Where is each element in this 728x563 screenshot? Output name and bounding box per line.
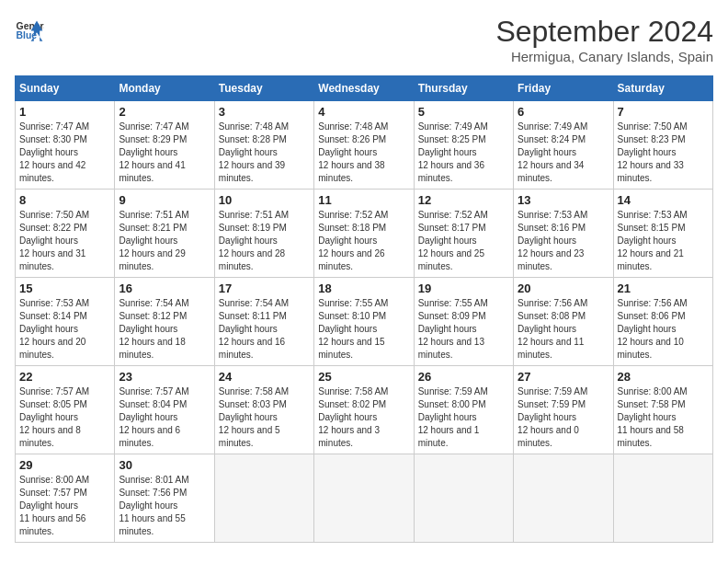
table-row: [514, 454, 613, 543]
table-row: 26 Sunrise: 7:59 AM Sunset: 8:00 PM Dayl…: [414, 366, 513, 454]
day-info: Sunrise: 7:59 AM Sunset: 8:00 PM Dayligh…: [418, 385, 509, 450]
day-info: Sunrise: 7:58 AM Sunset: 8:02 PM Dayligh…: [318, 385, 409, 450]
table-row: 19 Sunrise: 7:55 AM Sunset: 8:09 PM Dayl…: [414, 278, 513, 366]
col-thursday: Thursday: [414, 76, 513, 101]
col-saturday: Saturday: [613, 76, 712, 101]
day-number: 5: [418, 105, 509, 119]
table-row: 17 Sunrise: 7:54 AM Sunset: 8:11 PM Dayl…: [214, 278, 313, 366]
day-number: 21: [618, 282, 709, 295]
page-header: General Blue September 2024 Hermigua, Ca…: [15, 15, 713, 64]
table-row: 7 Sunrise: 7:50 AM Sunset: 8:23 PM Dayli…: [613, 101, 712, 190]
table-row: 1 Sunrise: 7:47 AM Sunset: 8:30 PM Dayli…: [16, 101, 115, 190]
table-row: [314, 454, 414, 543]
day-number: 27: [518, 370, 609, 384]
table-row: [214, 454, 313, 543]
day-number: 25: [318, 370, 409, 384]
calendar-week-row: 1 Sunrise: 7:47 AM Sunset: 8:30 PM Dayli…: [16, 101, 713, 190]
day-info: Sunrise: 7:53 AM Sunset: 8:15 PM Dayligh…: [618, 209, 709, 273]
day-number: 12: [418, 193, 509, 207]
day-info: Sunrise: 7:56 AM Sunset: 8:06 PM Dayligh…: [618, 297, 709, 362]
calendar-table: Sunday Monday Tuesday Wednesday Thursday…: [15, 75, 713, 543]
day-info: Sunrise: 7:57 AM Sunset: 8:05 PM Dayligh…: [19, 385, 110, 450]
day-info: Sunrise: 7:50 AM Sunset: 8:22 PM Dayligh…: [19, 209, 110, 273]
day-info: Sunrise: 7:56 AM Sunset: 8:08 PM Dayligh…: [518, 297, 609, 362]
table-row: [613, 454, 712, 543]
table-row: 18 Sunrise: 7:55 AM Sunset: 8:10 PM Dayl…: [314, 278, 414, 366]
day-number: 2: [119, 105, 210, 119]
month-title: September 2024: [495, 15, 713, 49]
table-row: 21 Sunrise: 7:56 AM Sunset: 8:06 PM Dayl…: [613, 278, 712, 366]
day-info: Sunrise: 7:53 AM Sunset: 8:14 PM Dayligh…: [19, 297, 110, 362]
table-row: 30 Sunrise: 8:01 AM Sunset: 7:56 PM Dayl…: [115, 454, 214, 543]
table-row: 4 Sunrise: 7:48 AM Sunset: 8:26 PM Dayli…: [314, 101, 414, 190]
day-number: 7: [618, 105, 709, 119]
calendar-week-row: 29 Sunrise: 8:00 AM Sunset: 7:57 PM Dayl…: [16, 454, 713, 543]
day-info: Sunrise: 7:54 AM Sunset: 8:11 PM Dayligh…: [219, 297, 310, 362]
day-info: Sunrise: 7:51 AM Sunset: 8:19 PM Dayligh…: [219, 209, 310, 273]
day-number: 20: [518, 282, 609, 295]
day-info: Sunrise: 7:58 AM Sunset: 8:03 PM Dayligh…: [219, 385, 310, 450]
day-number: 23: [119, 370, 210, 384]
day-info: Sunrise: 7:52 AM Sunset: 8:17 PM Dayligh…: [418, 209, 509, 273]
table-row: 6 Sunrise: 7:49 AM Sunset: 8:24 PM Dayli…: [514, 101, 613, 190]
day-number: 8: [19, 193, 110, 207]
day-info: Sunrise: 7:48 AM Sunset: 8:26 PM Dayligh…: [318, 121, 409, 185]
table-row: 22 Sunrise: 7:57 AM Sunset: 8:05 PM Dayl…: [16, 366, 115, 454]
day-info: Sunrise: 7:54 AM Sunset: 8:12 PM Dayligh…: [119, 297, 210, 362]
table-row: [414, 454, 513, 543]
day-info: Sunrise: 7:53 AM Sunset: 8:16 PM Dayligh…: [518, 209, 609, 273]
day-info: Sunrise: 7:49 AM Sunset: 8:25 PM Dayligh…: [418, 121, 509, 185]
day-number: 30: [119, 458, 210, 472]
day-number: 15: [19, 282, 110, 295]
calendar-week-row: 8 Sunrise: 7:50 AM Sunset: 8:22 PM Dayli…: [16, 190, 713, 278]
day-number: 4: [318, 105, 409, 119]
day-number: 13: [518, 193, 609, 207]
day-info: Sunrise: 7:59 AM Sunset: 7:59 PM Dayligh…: [518, 385, 609, 450]
table-row: 27 Sunrise: 7:59 AM Sunset: 7:59 PM Dayl…: [514, 366, 613, 454]
logo-icon: General Blue: [15, 15, 44, 44]
calendar-header-row: Sunday Monday Tuesday Wednesday Thursday…: [16, 76, 713, 101]
table-row: 25 Sunrise: 7:58 AM Sunset: 8:02 PM Dayl…: [314, 366, 414, 454]
table-row: 23 Sunrise: 7:57 AM Sunset: 8:04 PM Dayl…: [115, 366, 214, 454]
col-monday: Monday: [115, 76, 214, 101]
day-number: 18: [318, 282, 409, 295]
calendar-week-row: 15 Sunrise: 7:53 AM Sunset: 8:14 PM Dayl…: [16, 278, 713, 366]
day-number: 24: [219, 370, 310, 384]
day-number: 17: [219, 282, 310, 295]
table-row: 14 Sunrise: 7:53 AM Sunset: 8:15 PM Dayl…: [613, 190, 712, 278]
day-number: 26: [418, 370, 509, 384]
day-info: Sunrise: 7:55 AM Sunset: 8:09 PM Dayligh…: [418, 297, 509, 362]
day-number: 1: [19, 105, 110, 119]
col-sunday: Sunday: [16, 76, 115, 101]
location-subtitle: Hermigua, Canary Islands, Spain: [495, 49, 713, 64]
logo: General Blue: [15, 15, 44, 44]
col-tuesday: Tuesday: [214, 76, 313, 101]
col-wednesday: Wednesday: [314, 76, 414, 101]
day-info: Sunrise: 8:01 AM Sunset: 7:56 PM Dayligh…: [119, 474, 210, 538]
day-info: Sunrise: 7:50 AM Sunset: 8:23 PM Dayligh…: [618, 121, 709, 185]
day-number: 10: [219, 193, 310, 207]
table-row: 11 Sunrise: 7:52 AM Sunset: 8:18 PM Dayl…: [314, 190, 414, 278]
day-info: Sunrise: 7:52 AM Sunset: 8:18 PM Dayligh…: [318, 209, 409, 273]
table-row: 8 Sunrise: 7:50 AM Sunset: 8:22 PM Dayli…: [16, 190, 115, 278]
table-row: 20 Sunrise: 7:56 AM Sunset: 8:08 PM Dayl…: [514, 278, 613, 366]
day-number: 28: [618, 370, 709, 384]
col-friday: Friday: [514, 76, 613, 101]
day-info: Sunrise: 7:47 AM Sunset: 8:29 PM Dayligh…: [119, 121, 210, 185]
table-row: 28 Sunrise: 8:00 AM Sunset: 7:58 PM Dayl…: [613, 366, 712, 454]
day-info: Sunrise: 7:47 AM Sunset: 8:30 PM Dayligh…: [19, 121, 110, 185]
day-info: Sunrise: 7:49 AM Sunset: 8:24 PM Dayligh…: [518, 121, 609, 185]
day-number: 6: [518, 105, 609, 119]
table-row: 9 Sunrise: 7:51 AM Sunset: 8:21 PM Dayli…: [115, 190, 214, 278]
table-row: 29 Sunrise: 8:00 AM Sunset: 7:57 PM Dayl…: [16, 454, 115, 543]
day-number: 19: [418, 282, 509, 295]
table-row: 15 Sunrise: 7:53 AM Sunset: 8:14 PM Dayl…: [16, 278, 115, 366]
day-number: 14: [618, 193, 709, 207]
table-row: 12 Sunrise: 7:52 AM Sunset: 8:17 PM Dayl…: [414, 190, 513, 278]
day-info: Sunrise: 7:57 AM Sunset: 8:04 PM Dayligh…: [119, 385, 210, 450]
day-number: 22: [19, 370, 110, 384]
table-row: 16 Sunrise: 7:54 AM Sunset: 8:12 PM Dayl…: [115, 278, 214, 366]
table-row: 10 Sunrise: 7:51 AM Sunset: 8:19 PM Dayl…: [214, 190, 313, 278]
day-info: Sunrise: 8:00 AM Sunset: 7:57 PM Dayligh…: [19, 474, 110, 538]
calendar-week-row: 22 Sunrise: 7:57 AM Sunset: 8:05 PM Dayl…: [16, 366, 713, 454]
